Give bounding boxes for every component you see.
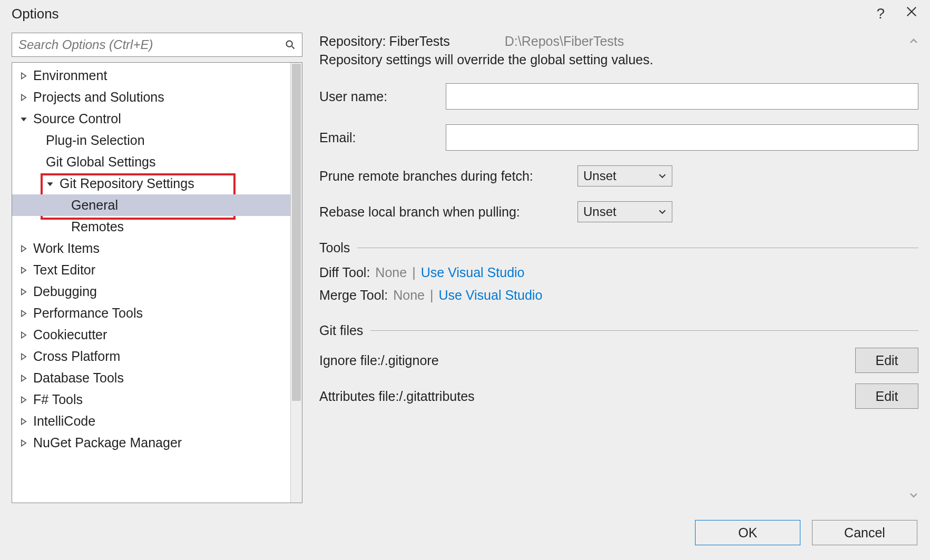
- dialog-footer: OK Cancel: [0, 505, 930, 560]
- tree-scrollbar[interactable]: [290, 63, 302, 503]
- merge-tool-label: Merge Tool:: [319, 288, 388, 303]
- panel-more-chevron[interactable]: [909, 488, 918, 503]
- rebase-label: Rebase local branch when pulling:: [319, 204, 577, 220]
- ignore-file-name: /.gitignore: [381, 353, 439, 368]
- titlebar: Options ?: [0, 0, 930, 33]
- chevron-down-icon: [909, 490, 918, 500]
- caret-collapsed-icon: [18, 416, 29, 427]
- tree-item-nuget-package-manager[interactable]: NuGet Package Manager: [12, 432, 292, 454]
- tree-item-database-tools[interactable]: Database Tools: [12, 367, 292, 389]
- separator: |: [430, 288, 434, 303]
- repository-description: Repository settings will override the gl…: [319, 52, 918, 67]
- search-options-field[interactable]: [12, 33, 302, 57]
- ignore-file-edit-button[interactable]: Edit: [855, 348, 918, 373]
- separator: |: [412, 265, 416, 280]
- tree-item-performance-tools[interactable]: Performance Tools: [12, 302, 292, 324]
- close-button[interactable]: [906, 4, 917, 21]
- close-icon: [906, 6, 917, 17]
- options-tree: Environment Projects and Solutions Sourc…: [12, 62, 302, 503]
- tree-item-git-global-settings[interactable]: Git Global Settings: [12, 151, 292, 173]
- help-button[interactable]: ?: [876, 5, 885, 22]
- diff-tool-label: Diff Tool:: [319, 265, 370, 280]
- email-input[interactable]: [446, 124, 918, 151]
- options-dialog: Options ? Environment: [0, 0, 930, 560]
- caret-collapsed-icon: [18, 71, 29, 81]
- merge-tool-use-vs-link[interactable]: Use Visual Studio: [438, 288, 542, 303]
- caret-collapsed-icon: [18, 395, 29, 405]
- attributes-file-row: Attributes file: /.gitattributes Edit: [319, 384, 918, 409]
- diff-tool-value: None: [375, 265, 407, 280]
- email-row: Email:: [319, 124, 918, 151]
- tree-item-remotes[interactable]: Remotes: [12, 216, 292, 238]
- tree-item-source-control[interactable]: Source Control: [12, 108, 292, 130]
- settings-panel: Repository: FiberTests D:\Repos\FiberTes…: [319, 33, 918, 503]
- tools-section-header: Tools: [319, 240, 918, 256]
- prune-select-value: Unset: [583, 169, 658, 183]
- repository-selector-chevron[interactable]: [909, 34, 918, 49]
- search-icon[interactable]: [279, 40, 302, 50]
- diff-tool-use-vs-link[interactable]: Use Visual Studio: [421, 265, 525, 280]
- attributes-file-name: /.gitattributes: [399, 389, 474, 404]
- caret-collapsed-icon: [18, 438, 29, 448]
- diff-tool-row: Diff Tool: None | Use Visual Studio: [319, 265, 918, 280]
- rebase-select-value: Unset: [583, 204, 658, 219]
- tree-item-projects-and-solutions[interactable]: Projects and Solutions: [12, 86, 292, 108]
- caret-collapsed-icon: [18, 287, 29, 297]
- ok-button[interactable]: OK: [695, 520, 800, 545]
- attributes-file-label: Attributes file:: [319, 389, 399, 404]
- tree-item-debugging[interactable]: Debugging: [12, 281, 292, 302]
- scrollbar-thumb[interactable]: [292, 64, 301, 401]
- cancel-button[interactable]: Cancel: [812, 520, 917, 545]
- email-label: Email:: [319, 130, 446, 145]
- tree-item-plug-in-selection[interactable]: Plug-in Selection: [12, 130, 292, 151]
- tree-item-git-repository-settings[interactable]: Git Repository Settings: [12, 173, 292, 194]
- prune-select[interactable]: Unset: [577, 165, 672, 186]
- repository-header: Repository: FiberTests D:\Repos\FiberTes…: [319, 34, 918, 49]
- ignore-file-label: Ignore file:: [319, 353, 381, 368]
- attributes-file-edit-button[interactable]: Edit: [855, 384, 918, 409]
- caret-collapsed-icon: [18, 308, 29, 319]
- divider: [357, 248, 918, 248]
- caret-collapsed-icon: [18, 92, 29, 103]
- user-name-label: User name:: [319, 89, 446, 104]
- search-input[interactable]: [12, 33, 279, 56]
- caret-collapsed-icon: [18, 373, 29, 384]
- tree-item-environment[interactable]: Environment: [12, 65, 292, 86]
- left-panel: Environment Projects and Solutions Sourc…: [12, 33, 302, 503]
- divider: [370, 330, 918, 331]
- rebase-select[interactable]: Unset: [577, 201, 672, 222]
- repository-name: FiberTests: [389, 34, 449, 49]
- prune-row: Prune remote branches during fetch: Unse…: [319, 165, 918, 186]
- dialog-title: Options: [12, 6, 876, 22]
- caret-collapsed-icon: [18, 243, 29, 254]
- chevron-up-icon: [909, 36, 918, 46]
- repository-path: D:\Repos\FiberTests: [505, 34, 624, 49]
- caret-collapsed-icon: [18, 265, 29, 276]
- caret-expanded-icon: [18, 114, 29, 124]
- tree-item-general[interactable]: General: [12, 194, 292, 216]
- chevron-down-icon: [658, 208, 667, 215]
- caret-expanded-icon: [45, 179, 55, 189]
- tree-item-work-items[interactable]: Work Items: [12, 238, 292, 259]
- chevron-down-icon: [658, 172, 667, 180]
- ignore-file-row: Ignore file: /.gitignore Edit: [319, 348, 918, 373]
- svg-point-0: [287, 41, 292, 47]
- tree-item-cookiecutter[interactable]: Cookiecutter: [12, 324, 292, 346]
- tree-item-fsharp-tools[interactable]: F# Tools: [12, 389, 292, 410]
- user-name-input[interactable]: [446, 83, 918, 110]
- user-name-row: User name:: [319, 83, 918, 110]
- git-files-section-header: Git files: [319, 323, 918, 338]
- caret-collapsed-icon: [18, 330, 29, 340]
- tree-item-text-editor[interactable]: Text Editor: [12, 259, 292, 281]
- merge-tool-row: Merge Tool: None | Use Visual Studio: [319, 288, 918, 303]
- rebase-row: Rebase local branch when pulling: Unset: [319, 201, 918, 222]
- repository-label: Repository:: [319, 34, 386, 49]
- merge-tool-value: None: [393, 288, 425, 303]
- tree-item-cross-platform[interactable]: Cross Platform: [12, 346, 292, 367]
- tree-item-intellicode[interactable]: IntelliCode: [12, 410, 292, 432]
- prune-label: Prune remote branches during fetch:: [319, 169, 577, 184]
- caret-collapsed-icon: [18, 351, 29, 362]
